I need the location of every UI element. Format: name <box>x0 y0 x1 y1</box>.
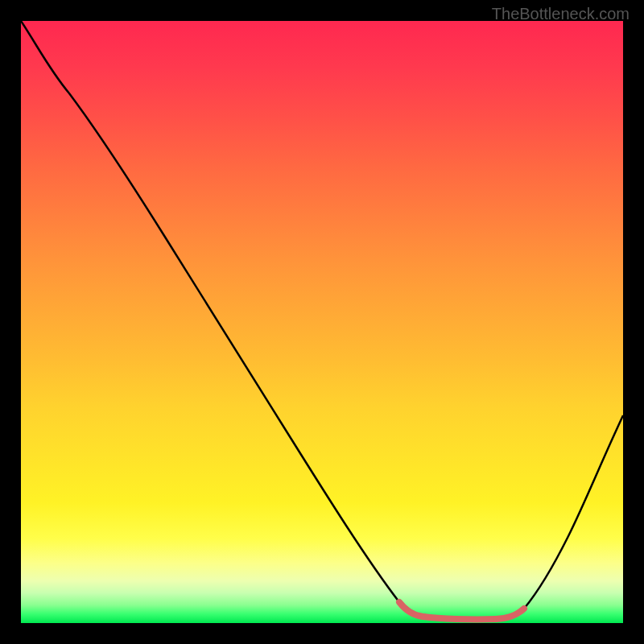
watermark-text: TheBottleneck.com <box>492 5 630 23</box>
bottleneck-curve-path <box>21 21 623 619</box>
chart-container <box>21 21 623 623</box>
valley-marker-bottom <box>423 617 496 619</box>
valley-marker-right <box>496 609 524 619</box>
valley-marker-left <box>399 602 423 617</box>
chart-svg <box>21 21 623 623</box>
